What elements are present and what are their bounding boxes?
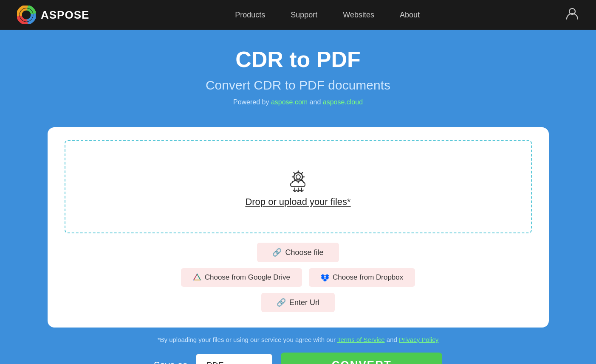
nav-about[interactable]: About <box>400 11 420 20</box>
enter-url-button[interactable]: 🔗 Enter Url <box>261 293 335 312</box>
svg-line-8 <box>294 173 295 174</box>
dropbox-icon <box>321 273 329 282</box>
drop-zone-label[interactable]: Drop or upload your files* <box>245 196 350 207</box>
logo-text: ASPOSE <box>41 8 89 22</box>
hero-section: CDR to PDF Convert CDR to PDF documents … <box>0 30 596 119</box>
page-title: CDR to PDF <box>8 47 588 72</box>
logo[interactable]: ASPOSE <box>17 6 89 24</box>
aspose-com-link[interactable]: aspose.com <box>271 98 308 106</box>
svg-marker-15 <box>194 274 201 280</box>
svg-line-10 <box>301 173 302 174</box>
terms-prefix: *By uploading your files or using our se… <box>158 336 337 343</box>
nav-support[interactable]: Support <box>291 11 317 20</box>
svg-line-16 <box>194 274 197 280</box>
google-drive-label: Choose from Google Drive <box>205 273 290 282</box>
choose-file-button[interactable]: 🔗 Choose file <box>257 243 339 262</box>
upload-actions: 🔗 Choose file Choose from Google Drive <box>65 243 532 312</box>
enter-url-label: Enter Url <box>289 298 319 307</box>
dropbox-button[interactable]: Choose from Dropbox <box>309 268 415 287</box>
link-icon: 🔗 <box>272 248 282 257</box>
terms-and: and <box>385 336 399 343</box>
nav-websites[interactable]: Websites <box>343 11 374 20</box>
google-drive-button[interactable]: Choose from Google Drive <box>181 268 302 287</box>
upload-card: Drop or upload your files* 🔗 Choose file… <box>48 127 549 328</box>
svg-point-3 <box>296 175 300 179</box>
nav-products[interactable]: Products <box>235 11 265 20</box>
nav-links: Products Support Websites About <box>235 11 420 20</box>
bottom-bar: Save as PDF DOC DOCX PNG JPEG SVG CONVER… <box>0 353 596 364</box>
powered-by: Powered by aspose.com and aspose.cloud <box>8 98 588 106</box>
dropbox-label: Choose from Dropbox <box>333 273 403 282</box>
upload-icon <box>283 166 314 196</box>
convert-button[interactable]: CONVERT <box>281 353 442 364</box>
drop-zone[interactable]: Drop or upload your files* <box>65 140 532 233</box>
powered-prefix: Powered by <box>233 98 271 106</box>
cloud-buttons-row: Choose from Google Drive Choose from Dro… <box>181 268 415 287</box>
url-link-icon: 🔗 <box>277 298 286 307</box>
terms-of-service-link[interactable]: Terms of Service <box>337 336 385 343</box>
privacy-policy-link[interactable]: Privacy Policy <box>399 336 438 343</box>
hero-subtitle: Convert CDR to PDF documents <box>8 78 588 92</box>
aspose-cloud-link[interactable]: aspose.cloud <box>323 98 363 106</box>
terms-notice: *By uploading your files or using our se… <box>0 336 596 343</box>
navbar: ASPOSE Products Support Websites About <box>0 0 596 30</box>
choose-file-label: Choose file <box>285 248 323 257</box>
format-select[interactable]: PDF DOC DOCX PNG JPEG SVG <box>196 354 272 364</box>
aspose-logo-icon <box>17 6 36 24</box>
powered-mid: and <box>308 98 323 106</box>
svg-line-17 <box>197 274 201 280</box>
save-as-label: Save as <box>154 360 188 364</box>
user-icon[interactable] <box>565 7 579 23</box>
google-drive-icon <box>193 273 201 282</box>
